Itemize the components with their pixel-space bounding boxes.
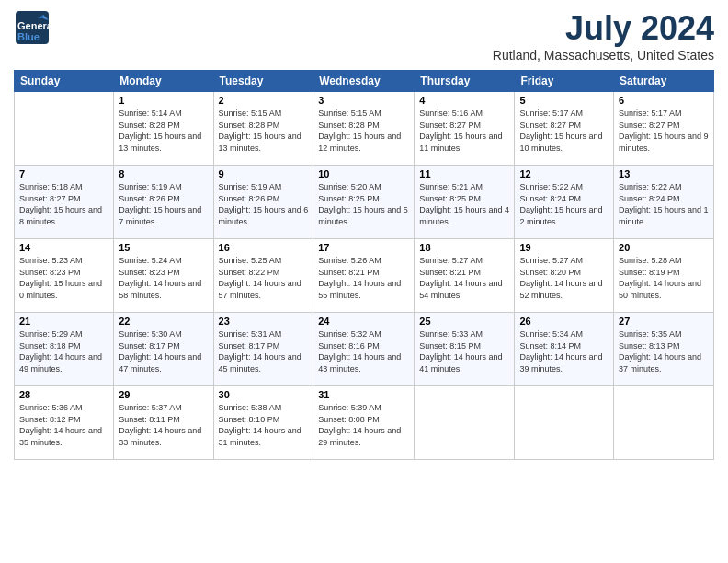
day-number: 21: [19, 316, 108, 327]
day-number: 6: [619, 95, 709, 106]
day-info: Sunrise: 5:16 AM Sunset: 8:27 PM Dayligh…: [419, 108, 509, 154]
day-number: 16: [219, 242, 309, 253]
day-info: Sunrise: 5:19 AM Sunset: 8:26 PM Dayligh…: [119, 181, 208, 227]
table-row: 2Sunrise: 5:15 AM Sunset: 8:28 PM Daylig…: [213, 92, 313, 166]
logo: General Blue: [14, 9, 51, 46]
day-info: Sunrise: 5:35 AM Sunset: 8:13 PM Dayligh…: [619, 328, 709, 374]
day-number: 20: [619, 242, 709, 253]
table-row: 14Sunrise: 5:23 AM Sunset: 8:23 PM Dayli…: [15, 239, 114, 313]
day-info: Sunrise: 5:15 AM Sunset: 8:28 PM Dayligh…: [318, 108, 409, 154]
week-row-3: 21Sunrise: 5:29 AM Sunset: 8:18 PM Dayli…: [15, 313, 714, 386]
day-number: 22: [119, 316, 208, 327]
table-row: 26Sunrise: 5:34 AM Sunset: 8:14 PM Dayli…: [515, 313, 614, 386]
table-row: 4Sunrise: 5:16 AM Sunset: 8:27 PM Daylig…: [415, 92, 515, 166]
table-row: 15Sunrise: 5:24 AM Sunset: 8:23 PM Dayli…: [114, 239, 213, 313]
table-row: 8Sunrise: 5:19 AM Sunset: 8:26 PM Daylig…: [114, 166, 213, 239]
day-number: 11: [419, 168, 509, 179]
day-info: Sunrise: 5:29 AM Sunset: 8:18 PM Dayligh…: [19, 328, 108, 374]
day-info: Sunrise: 5:17 AM Sunset: 8:27 PM Dayligh…: [519, 108, 609, 154]
day-info: Sunrise: 5:33 AM Sunset: 8:15 PM Dayligh…: [419, 328, 509, 374]
table-row: 17Sunrise: 5:26 AM Sunset: 8:21 PM Dayli…: [313, 239, 415, 313]
day-number: 5: [519, 95, 609, 106]
day-number: 23: [219, 316, 309, 327]
header-sunday: Sunday: [15, 71, 114, 92]
table-row: 21Sunrise: 5:29 AM Sunset: 8:18 PM Dayli…: [15, 313, 114, 386]
header-friday: Friday: [515, 71, 614, 92]
day-info: Sunrise: 5:20 AM Sunset: 8:25 PM Dayligh…: [318, 181, 409, 227]
header-wednesday: Wednesday: [313, 71, 415, 92]
day-info: Sunrise: 5:31 AM Sunset: 8:17 PM Dayligh…: [219, 328, 309, 374]
table-row: 11Sunrise: 5:21 AM Sunset: 8:25 PM Dayli…: [415, 166, 515, 239]
table-row: 10Sunrise: 5:20 AM Sunset: 8:25 PM Dayli…: [313, 166, 415, 239]
weekday-header-row: Sunday Monday Tuesday Wednesday Thursday…: [15, 71, 714, 92]
table-row: 31Sunrise: 5:39 AM Sunset: 8:08 PM Dayli…: [313, 386, 415, 460]
table-row: [415, 386, 515, 460]
svg-text:Blue: Blue: [17, 31, 40, 42]
day-info: Sunrise: 5:27 AM Sunset: 8:20 PM Dayligh…: [519, 255, 609, 301]
day-number: 19: [519, 242, 609, 253]
day-number: 14: [19, 242, 108, 253]
day-number: 24: [318, 316, 409, 327]
day-number: 1: [119, 95, 208, 106]
table-row: 16Sunrise: 5:25 AM Sunset: 8:22 PM Dayli…: [213, 239, 313, 313]
table-row: [614, 386, 714, 460]
table-row: 20Sunrise: 5:28 AM Sunset: 8:19 PM Dayli…: [614, 239, 714, 313]
table-row: 27Sunrise: 5:35 AM Sunset: 8:13 PM Dayli…: [614, 313, 714, 386]
table-row: 22Sunrise: 5:30 AM Sunset: 8:17 PM Dayli…: [114, 313, 213, 386]
week-row-4: 28Sunrise: 5:36 AM Sunset: 8:12 PM Dayli…: [15, 386, 714, 460]
day-number: 15: [119, 242, 208, 253]
table-row: 5Sunrise: 5:17 AM Sunset: 8:27 PM Daylig…: [515, 92, 614, 166]
day-number: 12: [519, 168, 609, 179]
week-row-0: 1Sunrise: 5:14 AM Sunset: 8:28 PM Daylig…: [15, 92, 714, 166]
page: General Blue July 2024 Rutland, Massachu…: [0, 0, 728, 563]
header-saturday: Saturday: [614, 71, 714, 92]
table-row: 28Sunrise: 5:36 AM Sunset: 8:12 PM Dayli…: [15, 386, 114, 460]
day-info: Sunrise: 5:37 AM Sunset: 8:11 PM Dayligh…: [119, 402, 208, 448]
week-row-2: 14Sunrise: 5:23 AM Sunset: 8:23 PM Dayli…: [15, 239, 714, 313]
day-number: 4: [419, 95, 509, 106]
day-info: Sunrise: 5:22 AM Sunset: 8:24 PM Dayligh…: [519, 181, 609, 227]
day-number: 8: [119, 168, 208, 179]
calendar-table: Sunday Monday Tuesday Wednesday Thursday…: [14, 70, 714, 460]
title-block: July 2024 Rutland, Massachusetts, United…: [493, 9, 714, 63]
day-info: Sunrise: 5:22 AM Sunset: 8:24 PM Dayligh…: [619, 181, 709, 227]
location: Rutland, Massachusetts, United States: [493, 48, 714, 63]
day-number: 18: [419, 242, 509, 253]
day-info: Sunrise: 5:39 AM Sunset: 8:08 PM Dayligh…: [318, 402, 409, 448]
header: General Blue July 2024 Rutland, Massachu…: [14, 9, 714, 63]
table-row: 23Sunrise: 5:31 AM Sunset: 8:17 PM Dayli…: [213, 313, 313, 386]
day-number: 31: [318, 389, 409, 400]
logo-icon: General Blue: [14, 9, 51, 46]
day-info: Sunrise: 5:36 AM Sunset: 8:12 PM Dayligh…: [19, 402, 108, 448]
day-number: 3: [318, 95, 409, 106]
day-info: Sunrise: 5:18 AM Sunset: 8:27 PM Dayligh…: [19, 181, 108, 227]
table-row: 6Sunrise: 5:17 AM Sunset: 8:27 PM Daylig…: [614, 92, 714, 166]
table-row: 3Sunrise: 5:15 AM Sunset: 8:28 PM Daylig…: [313, 92, 415, 166]
day-number: 7: [19, 168, 108, 179]
day-number: 30: [219, 389, 309, 400]
day-number: 29: [119, 389, 208, 400]
table-row: 25Sunrise: 5:33 AM Sunset: 8:15 PM Dayli…: [415, 313, 515, 386]
table-row: [515, 386, 614, 460]
day-info: Sunrise: 5:14 AM Sunset: 8:28 PM Dayligh…: [119, 108, 208, 154]
day-info: Sunrise: 5:32 AM Sunset: 8:16 PM Dayligh…: [318, 328, 409, 374]
day-number: 25: [419, 316, 509, 327]
table-row: 24Sunrise: 5:32 AM Sunset: 8:16 PM Dayli…: [313, 313, 415, 386]
table-row: 13Sunrise: 5:22 AM Sunset: 8:24 PM Dayli…: [614, 166, 714, 239]
day-info: Sunrise: 5:28 AM Sunset: 8:19 PM Dayligh…: [619, 255, 709, 301]
table-row: 30Sunrise: 5:38 AM Sunset: 8:10 PM Dayli…: [213, 386, 313, 460]
table-row: 18Sunrise: 5:27 AM Sunset: 8:21 PM Dayli…: [415, 239, 515, 313]
day-info: Sunrise: 5:21 AM Sunset: 8:25 PM Dayligh…: [419, 181, 509, 227]
day-info: Sunrise: 5:38 AM Sunset: 8:10 PM Dayligh…: [219, 402, 309, 448]
table-row: 12Sunrise: 5:22 AM Sunset: 8:24 PM Dayli…: [515, 166, 614, 239]
day-number: 17: [318, 242, 409, 253]
table-row: 9Sunrise: 5:19 AM Sunset: 8:26 PM Daylig…: [213, 166, 313, 239]
day-info: Sunrise: 5:34 AM Sunset: 8:14 PM Dayligh…: [519, 328, 609, 374]
table-row: [15, 92, 114, 166]
day-info: Sunrise: 5:17 AM Sunset: 8:27 PM Dayligh…: [619, 108, 709, 154]
day-info: Sunrise: 5:25 AM Sunset: 8:22 PM Dayligh…: [219, 255, 309, 301]
day-info: Sunrise: 5:24 AM Sunset: 8:23 PM Dayligh…: [119, 255, 208, 301]
day-info: Sunrise: 5:26 AM Sunset: 8:21 PM Dayligh…: [318, 255, 409, 301]
day-number: 2: [219, 95, 309, 106]
day-number: 26: [519, 316, 609, 327]
